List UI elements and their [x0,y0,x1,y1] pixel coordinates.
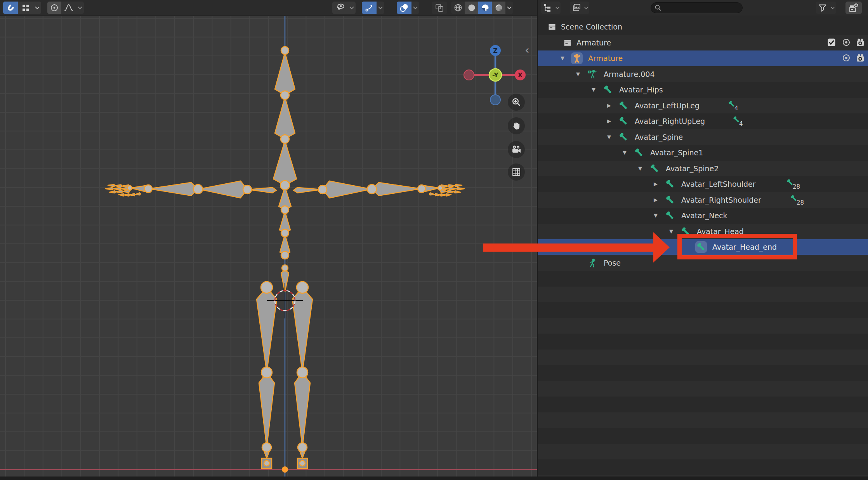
collapse-arrow[interactable]: ▼ [559,50,566,66]
render-visibility-toggle[interactable] [856,53,865,63]
outliner-row-armature[interactable]: ▼Armature [538,50,868,66]
outliner-row-armature[interactable]: Armature [538,35,868,50]
bone-count: 4 [739,120,743,127]
chevron-down-icon [584,7,588,9]
gizmos-icon [364,3,374,13]
filter-dropdown[interactable] [829,7,836,9]
outliner-row-avatar-leftshoulder[interactable]: ▶Avatar_LeftShoulder28 [538,176,868,192]
outliner-row-scene-collection[interactable]: Scene Collection [538,19,868,35]
row-stripe [538,350,868,365]
bone-icon [634,148,644,158]
display-mode-button[interactable] [570,2,589,14]
shading-dropdown[interactable] [505,6,513,9]
collapse-arrow[interactable]: ▼ [621,145,628,160]
overlays-icon [399,3,409,13]
child-bone-count-badge: 28 [790,195,804,206]
outliner-row-avatar-hips[interactable]: ▼Avatar_Hips [538,82,868,97]
gizmo-neg-z-ball[interactable] [490,95,500,105]
bottom-editor-edge [0,477,868,480]
chevron-down-icon [349,6,354,9]
shading-wireframe[interactable] [451,2,465,14]
camera-view-button[interactable] [508,141,525,158]
gizmos-toggle[interactable] [362,2,377,14]
outliner-row-avatar-spine1[interactable]: ▼Avatar_Spine1 [538,145,868,160]
collapse-arrow[interactable]: ▼ [575,66,581,82]
proportional-editing-toggle[interactable] [47,2,61,14]
chevron-down-icon [556,7,559,9]
expand-arrow[interactable]: ▶ [653,192,659,208]
editor-type-button[interactable] [541,2,561,14]
overlays-toggle[interactable] [397,2,411,14]
row-stripe [538,381,868,397]
collapse-arrow[interactable]: ▼ [606,129,612,145]
snap-dropdown[interactable] [33,6,41,9]
pan-button[interactable] [508,117,525,134]
xray-toggle[interactable] [432,2,447,14]
expand-arrow[interactable]: ▶ [653,176,659,192]
gizmos-group [362,2,384,14]
bone-icon [618,101,628,111]
row-label: Armature [588,50,623,66]
snap-target-icon [21,3,30,12]
viewport-visibility-toggle[interactable] [842,38,851,47]
shading-group [451,2,513,14]
collapse-arrow[interactable]: ▼ [590,82,597,97]
bone-icon [603,85,613,95]
render-visibility-toggle[interactable] [856,38,865,47]
row-label: Avatar_RightUpLeg [635,113,705,129]
falloff-segment[interactable] [61,2,76,14]
row-icon-wrap [633,147,645,158]
outliner-row-avatar-leftupleg[interactable]: ▶Avatar_LeftUpLeg4 [538,98,868,113]
shading-rendered[interactable] [492,2,505,14]
display-mode-icon [572,3,581,12]
chevron-down-icon [831,7,835,9]
grid-icon [511,167,521,177]
gizmo-neg-x-ball[interactable] [464,70,474,80]
gizmos-dropdown[interactable] [377,6,384,9]
collapse-arrow[interactable]: ▼ [653,208,659,223]
outliner-row-avatar-rightupleg[interactable]: ▶Avatar_RightUpLeg4 [538,113,868,129]
row-icon-wrap [602,84,614,96]
shading-wireframe-icon [453,3,463,12]
search-input[interactable] [651,2,743,13]
shading-material[interactable] [478,2,492,14]
filter-button[interactable] [816,2,836,14]
expand-arrow[interactable]: ▶ [606,98,612,113]
viewport-visibility-icon [842,38,851,47]
outliner-row-avatar-neck[interactable]: ▼Avatar_Neck [538,208,868,223]
row-label: Scene Collection [561,19,622,35]
row-label: Armature.004 [604,66,655,82]
zoom-button[interactable] [508,94,525,111]
bone-icon [665,179,675,189]
annotation-rect [677,234,797,259]
checkbox-toggle[interactable] [827,38,836,47]
gizmo-visibility-dropdown[interactable] [348,6,356,9]
outliner-row-avatar-rightshoulder[interactable]: ▶Avatar_RightShoulder28 [538,192,868,208]
new-collection-button[interactable] [845,2,862,14]
row-icon-wrap [649,163,660,174]
row-stripe [538,444,868,459]
row-icon-wrap [562,37,573,49]
checkbox-icon [827,38,836,47]
snap-target-segment[interactable] [18,2,33,14]
snap-toggle[interactable] [3,2,18,14]
viewport-visibility-toggle[interactable] [842,53,851,63]
3d-viewport[interactable]: Z X -Y [0,16,537,480]
child-bone-count-badge: 4 [733,116,743,127]
show-gizmo-toggle[interactable] [332,2,348,14]
outliner-row-armature-004[interactable]: ▼Armature.004 [538,66,868,82]
sidebar-collapse-chevron[interactable]: ‹ [525,44,529,56]
falloff-dropdown[interactable] [76,6,84,9]
chevron-down-icon [378,6,383,9]
proportional-editing-group [47,2,84,14]
overlays-dropdown[interactable] [411,6,419,9]
collapse-arrow[interactable]: ▼ [637,161,643,176]
outliner-row-avatar-spine2[interactable]: ▼Avatar_Spine2 [538,161,868,176]
orthographic-toggle-button[interactable] [508,163,525,181]
editor-type-dropdown[interactable] [554,7,561,9]
expand-arrow[interactable]: ▶ [606,113,612,129]
shading-solid[interactable] [465,2,478,14]
outliner-row-avatar-spine[interactable]: ▼Avatar_Spine [538,129,868,145]
display-mode-dropdown[interactable] [583,7,589,9]
row-stripe [538,412,868,428]
